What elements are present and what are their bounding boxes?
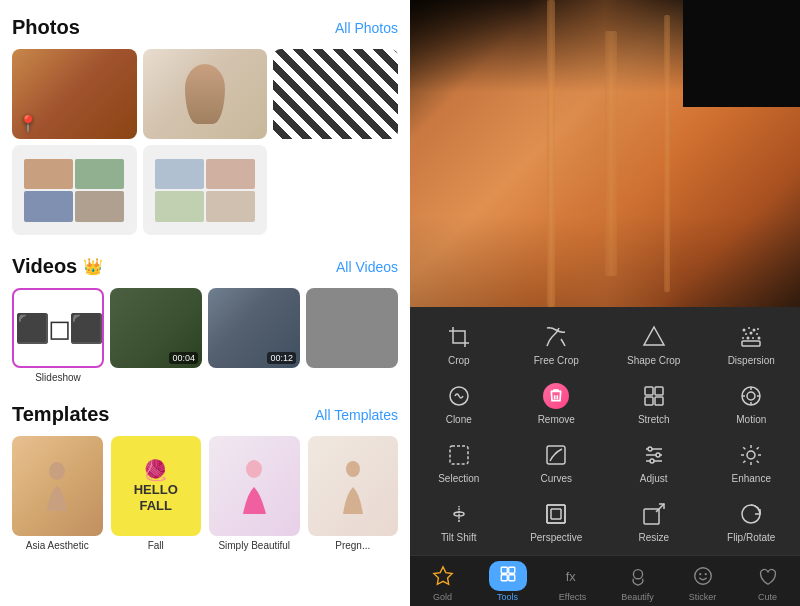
nav-effects[interactable]: fx Effects (540, 562, 605, 602)
slideshow-icon: ⬛◻⬛ (15, 312, 102, 345)
svg-line-36 (743, 447, 745, 449)
svg-point-8 (745, 333, 747, 335)
svg-line-38 (743, 461, 745, 463)
template-item-asia[interactable]: Asia Aesthetic (12, 436, 103, 551)
tool-remove[interactable]: Remove (508, 374, 606, 433)
rock-stripe-1 (547, 0, 555, 307)
svg-point-60 (694, 568, 711, 585)
collage-inner (24, 159, 124, 222)
flip-rotate-label: Flip/Rotate (727, 532, 775, 543)
template-thumb-asia (12, 436, 103, 536)
svg-point-0 (49, 462, 65, 480)
photo-thumb-3[interactable] (273, 49, 398, 139)
beautify-icon (624, 562, 652, 590)
photo-thumb-5[interactable] (143, 145, 268, 235)
perspective-label: Perspective (530, 532, 582, 543)
resize-label: Resize (638, 532, 669, 543)
svg-rect-24 (547, 446, 565, 464)
enhance-label: Enhance (732, 473, 771, 484)
template-item-fall[interactable]: 🧶 HELLOFALL Fall (111, 436, 202, 551)
svg-rect-57 (508, 575, 514, 581)
photo-thumb-1[interactable]: 📍 (12, 49, 137, 139)
video-thumb-1[interactable]: 00:04 (110, 288, 202, 368)
tool-motion[interactable]: Motion (703, 374, 801, 433)
remove-label: Remove (538, 414, 575, 425)
remove-icon (542, 382, 570, 410)
clone-icon (445, 382, 473, 410)
tool-flip-rotate[interactable]: Flip/Rotate (703, 492, 801, 551)
nav-tools[interactable]: Tools (475, 562, 540, 602)
template-label-fall: Fall (148, 540, 164, 551)
tools-icon (494, 562, 522, 590)
tool-dispersion[interactable]: Dispersion (703, 315, 801, 374)
svg-rect-19 (645, 397, 653, 405)
sticker-icon (689, 562, 717, 590)
rock-stripe-3 (664, 15, 670, 291)
rock-stripe-2 (605, 31, 617, 277)
crop-label: Crop (448, 355, 470, 366)
svg-text:fx: fx (565, 569, 576, 584)
svg-point-22 (747, 392, 755, 400)
tool-tilt-shift[interactable]: Tilt Shift (410, 492, 508, 551)
slideshow-thumb: ⬛◻⬛ (12, 288, 104, 368)
dark-top-area (683, 0, 800, 107)
tool-adjust[interactable]: Adjust (605, 433, 703, 492)
tools-panel: Crop Free Crop Shape Crop (410, 307, 800, 555)
slideshow-item[interactable]: ⬛◻⬛ Slideshow (12, 288, 104, 383)
tool-enhance[interactable]: Enhance (703, 433, 801, 492)
svg-point-59 (633, 570, 642, 579)
left-panel: Photos All Photos 📍 (0, 0, 410, 606)
nav-cute[interactable]: Cute (735, 562, 800, 602)
motion-icon (737, 382, 765, 410)
curves-label: Curves (540, 473, 572, 484)
photos-section-header: Photos All Photos (12, 16, 398, 39)
tool-selection[interactable]: Selection (410, 433, 508, 492)
svg-rect-56 (501, 575, 507, 581)
video-thumb-3[interactable] (306, 288, 398, 368)
collage-inner-2 (155, 159, 255, 222)
photo-thumb-2[interactable] (143, 49, 268, 139)
template-label-asia: Asia Aesthetic (26, 540, 89, 551)
tool-perspective[interactable]: Perspective (508, 492, 606, 551)
stretch-label: Stretch (638, 414, 670, 425)
nav-beautify[interactable]: Beautify (605, 562, 670, 602)
svg-point-9 (750, 332, 753, 335)
all-videos-link[interactable]: All Videos (336, 259, 398, 275)
videos-grid: ⬛◻⬛ Slideshow 00:04 00:12 (12, 288, 398, 383)
svg-point-5 (748, 327, 750, 329)
video-thumb-2[interactable]: 00:12 (208, 288, 300, 368)
all-templates-link[interactable]: All Templates (315, 407, 398, 423)
template-item-beautiful[interactable]: Simply Beautiful (209, 436, 300, 551)
svg-rect-17 (645, 387, 653, 395)
free-crop-icon (542, 323, 570, 351)
tool-clone[interactable]: Clone (410, 374, 508, 433)
video-duration-2: 00:12 (267, 352, 296, 364)
templates-title: Templates (12, 403, 109, 426)
template-thumb-preg (308, 436, 399, 536)
tool-crop[interactable]: Crop (410, 315, 508, 374)
svg-rect-18 (655, 387, 663, 395)
svg-point-61 (699, 573, 701, 575)
collage-cell-1 (24, 159, 73, 190)
svg-point-29 (656, 453, 660, 457)
templates-grid: Asia Aesthetic 🧶 HELLOFALL Fall Simply B… (12, 436, 398, 551)
svg-marker-3 (644, 327, 664, 345)
tool-curves[interactable]: Curves (508, 433, 606, 492)
all-photos-link[interactable]: All Photos (335, 20, 398, 36)
template-item-preg[interactable]: Pregn... (308, 436, 399, 551)
tool-free-crop[interactable]: Free Crop (508, 315, 606, 374)
tool-stretch[interactable]: Stretch (605, 374, 703, 433)
svg-line-37 (757, 461, 759, 463)
tool-shape-crop[interactable]: Shape Crop (605, 315, 703, 374)
svg-point-28 (648, 447, 652, 451)
collage-cell-6 (206, 159, 255, 190)
tool-resize[interactable]: Resize (605, 492, 703, 551)
crop-icon (445, 323, 473, 351)
resize-icon (640, 500, 668, 528)
svg-point-6 (753, 329, 756, 332)
nav-gold[interactable]: Gold (410, 562, 475, 602)
adjust-label: Adjust (640, 473, 668, 484)
nav-sticker[interactable]: Sticker (670, 562, 735, 602)
photo-thumb-4[interactable] (12, 145, 137, 235)
beautiful-figure-icon (237, 459, 272, 514)
